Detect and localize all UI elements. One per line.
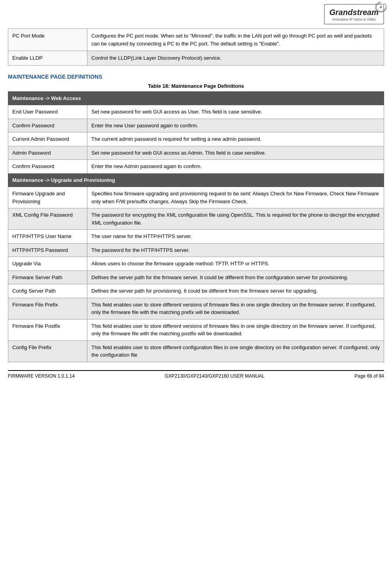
row-label: Firmware Upgrade and Provisioning — [8, 187, 87, 208]
row-label: Confirm Password — [8, 119, 87, 132]
row-label: HTTP/HTTPS User Name — [8, 230, 87, 244]
page-footer: FIRMWARE VERSION 1.0.1.14 GXP2130/GXP214… — [8, 370, 384, 379]
web-access-row: Admin PasswordSet new password for web G… — [8, 146, 384, 160]
row-desc: The password for the HTTP/HTTPS server. — [87, 243, 384, 257]
row-label: End User Password — [8, 105, 87, 119]
network-row: PC Port ModeConfigures the PC port mode.… — [8, 29, 384, 51]
logo-text: Grandstream — [330, 8, 379, 17]
row-label: Confirm Password — [8, 160, 87, 174]
row-desc: Enter the new Admin password again to co… — [87, 160, 384, 174]
row-label: Firmware File Prefix — [8, 298, 87, 319]
web-access-header-row: Maintenance -> Web Access — [8, 91, 384, 105]
network-table: PC Port ModeConfigures the PC port mode.… — [8, 28, 384, 66]
row-desc: The current admin password is required f… — [87, 132, 384, 146]
row-desc: Defines the server path for provisioning… — [87, 284, 384, 298]
row-label: Admin Password — [8, 146, 87, 160]
page-header: Grandstream Innovative IP Voice & Video — [8, 4, 384, 25]
table-title: Table 18: Maintenance Page Definitions — [8, 83, 384, 89]
upgrade-row: Firmware File PrefixThis field enables u… — [8, 298, 384, 319]
logo-box: Grandstream Innovative IP Voice & Video — [324, 4, 384, 25]
row-label: Firmware Server Path — [8, 270, 87, 284]
svg-point-0 — [380, 6, 382, 8]
row-label: HTTP/HTTPS Password — [8, 243, 87, 257]
row-label: PC Port Mode — [8, 29, 87, 51]
row-label: Firmware File Postfix — [8, 319, 87, 340]
row-desc: Enter the new User password again to con… — [87, 119, 384, 132]
upgrade-row: Firmware Upgrade and ProvisioningSpecifi… — [8, 187, 384, 208]
row-desc: Set new password for web GUI access as A… — [87, 146, 384, 160]
row-label: Upgrade Via — [8, 257, 87, 271]
footer-right: Page 66 of 84 — [354, 373, 384, 379]
main-definitions-table: Maintenance -> Web AccessEnd User Passwo… — [8, 91, 384, 362]
row-desc: Control the LLDP(Link Layer Discovery Pr… — [87, 51, 384, 66]
row-desc: Set new password for web GUI access as U… — [87, 105, 384, 119]
row-label: Enable LLDP — [8, 51, 87, 66]
row-label: XML Config File Password — [8, 208, 87, 230]
web-access-row: Current Admin PasswordThe current admin … — [8, 132, 384, 146]
upgrade-header-cell: Maintenance -> Upgrade and Provisioning — [8, 173, 384, 187]
upgrade-row: Config Server PathDefines the server pat… — [8, 284, 384, 298]
row-label: Config File Prefix — [8, 340, 87, 362]
row-desc: Allows users to choose the firmware upgr… — [87, 257, 384, 271]
row-desc: The password for encrypting the XML conf… — [87, 208, 384, 230]
footer-left: FIRMWARE VERSION 1.0.1.14 — [8, 373, 75, 379]
upgrade-row: HTTP/HTTPS PasswordThe password for the … — [8, 243, 384, 257]
logo-area: Grandstream Innovative IP Voice & Video — [324, 4, 384, 25]
row-desc: The user name for the HTTP/HTTPS server. — [87, 230, 384, 244]
upgrade-row: Config File PrefixThis field enables use… — [8, 340, 384, 362]
row-desc: Defines the server path for the firmware… — [87, 270, 384, 284]
logo-swirl-icon — [375, 2, 386, 13]
logo-tagline: Innovative IP Voice & Video — [330, 17, 379, 21]
row-desc: Configures the PC port mode. When set to… — [87, 29, 384, 51]
row-label: Current Admin Password — [8, 132, 87, 146]
row-desc: This field enables user to store differe… — [87, 298, 384, 319]
upgrade-row: XML Config File PasswordThe password for… — [8, 208, 384, 230]
web-access-row: Confirm PasswordEnter the new User passw… — [8, 119, 384, 132]
page-wrapper: Grandstream Innovative IP Voice & Video … — [0, 0, 392, 571]
row-desc: This field enables user to store differe… — [87, 340, 384, 362]
section-header: MAINTENANCE PAGE DEFINITIONS — [8, 74, 384, 80]
row-label: Config Server Path — [8, 284, 87, 298]
network-row: Enable LLDPControl the LLDP(Link Layer D… — [8, 51, 384, 66]
row-desc: This field enables user to store differe… — [87, 319, 384, 340]
upgrade-row: Firmware File PostfixThis field enables … — [8, 319, 384, 340]
upgrade-row: Firmware Server PathDefines the server p… — [8, 270, 384, 284]
web-access-row: End User PasswordSet new password for we… — [8, 105, 384, 119]
web-access-header-cell: Maintenance -> Web Access — [8, 91, 384, 105]
upgrade-header-row: Maintenance -> Upgrade and Provisioning — [8, 173, 384, 187]
footer-center: GXP2130/GXP2140/GXP2160 USER MANUAL — [165, 373, 265, 379]
row-desc: Specifies how firmware upgrading and pro… — [87, 187, 384, 208]
web-access-row: Confirm PasswordEnter the new Admin pass… — [8, 160, 384, 174]
upgrade-row: Upgrade ViaAllows users to choose the fi… — [8, 257, 384, 271]
upgrade-row: HTTP/HTTPS User NameThe user name for th… — [8, 230, 384, 244]
